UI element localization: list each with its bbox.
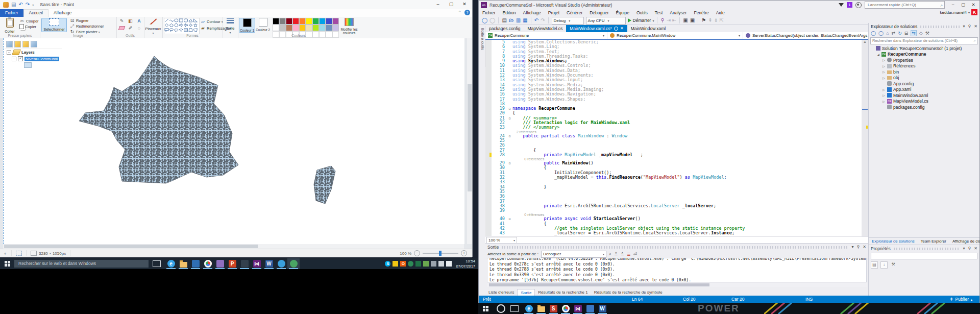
copier-button[interactable]: Copier (19, 24, 36, 29)
tray-globe-icon[interactable] (408, 261, 413, 267)
tab-affichage[interactable]: Affichage (48, 9, 77, 17)
redo-icon[interactable]: ↷ (26, 2, 30, 7)
project-dropdown[interactable]: C# RecuperCommune▾ (485, 32, 607, 39)
goto-next-icon[interactable]: ≙ (621, 252, 625, 257)
pinceaux-button[interactable]: Pinceaux ▾ (144, 18, 162, 35)
palette-swatch[interactable] (306, 25, 312, 31)
task-view-icon[interactable] (153, 260, 161, 267)
categorized-icon[interactable]: ▤ (871, 261, 878, 269)
zoom-in-icon[interactable]: + (461, 250, 467, 256)
toolbox-collapsed-tab[interactable]: Boîte à outils (479, 26, 485, 67)
palette-swatch[interactable] (292, 18, 299, 25)
palette-swatch[interactable] (326, 25, 332, 31)
taskbar-app-paint[interactable] (584, 303, 596, 314)
menu-item-6[interactable]: Équipe (612, 9, 633, 16)
collapse-all-icon[interactable]: ⊟ (904, 31, 909, 36)
paint-maximize-button[interactable]: ▢ (445, 0, 458, 9)
tray-office-grid-icon[interactable] (423, 261, 429, 267)
window-position-icon[interactable]: ▾ (963, 246, 965, 251)
window-position-icon[interactable]: ▾ (963, 24, 965, 29)
paint-horizontal-scrollbar[interactable] (3, 244, 464, 249)
solution-tree-item[interactable]: ▷ Références (869, 63, 979, 69)
show-all-files-icon[interactable]: ◇ (919, 31, 923, 36)
palette-swatch[interactable] (312, 25, 319, 31)
palette-swatch[interactable] (286, 18, 292, 25)
editor-scrollbar[interactable]: ▲ (862, 40, 868, 236)
selectionner-button[interactable]: Sélectionner (41, 18, 67, 32)
zoom-slider[interactable] (423, 253, 458, 254)
bookmark-nav-icons[interactable]: ⇞ ⇟ ⇱ (708, 18, 724, 23)
solution-tree-item[interactable]: ▷ MainWindow.xaml (869, 92, 979, 99)
menu-item-1[interactable]: Edition (499, 9, 520, 16)
palette-swatch[interactable] (273, 25, 279, 31)
platform-dropdown[interactable]: Any CPU▾ (586, 17, 626, 25)
menu-item-8[interactable]: Test (651, 9, 667, 16)
close-panel-icon[interactable]: ✕ (863, 245, 866, 249)
refresh-icon[interactable]: ↻ (898, 31, 902, 36)
close-tab-icon[interactable]: ✕ (620, 25, 624, 32)
forward-icon[interactable]: ◯ (878, 31, 884, 36)
palette-swatch[interactable] (299, 25, 306, 31)
undo-icon[interactable]: ↶ (534, 18, 538, 23)
notifications-badge[interactable]: 1 (847, 2, 852, 8)
code-line-23[interactable]: 23 /// </summary> (485, 125, 862, 130)
palette-swatch[interactable] (292, 25, 299, 31)
search-icon[interactable] (497, 304, 505, 313)
pin-icon[interactable]: ⚲ (968, 24, 971, 29)
taskbar-app-ie[interactable]: e (165, 258, 177, 269)
dock-tab-1[interactable]: Team Explorer (918, 238, 949, 245)
paint-minimize-button[interactable]: – (431, 0, 445, 9)
zoom-out-icon[interactable]: − (414, 250, 420, 256)
tray-security-shield-icon[interactable] (393, 261, 398, 267)
code-line-34[interactable]: 34 } (485, 185, 862, 189)
menu-item-0[interactable]: Fichier (479, 9, 499, 16)
palette-swatch[interactable] (332, 18, 339, 25)
code-line-32[interactable]: 32 _mapViewModel = this.FindResource("Ma… (485, 175, 862, 180)
solution-tree-item[interactable]: packages.config (869, 104, 979, 110)
code-line-43[interactable]: 43 _localServer = Esri.ArcGISRuntime.Loc… (485, 231, 862, 235)
task-view-icon[interactable] (510, 305, 519, 312)
menu-item-11[interactable]: Aide (713, 9, 728, 16)
taskbar-app-file-explorer[interactable] (177, 258, 189, 269)
code-line-26[interactable]: 26 (485, 143, 862, 148)
find-message-icon[interactable]: ⌕ (609, 251, 611, 257)
taskbar-app-file-explorer[interactable] (535, 303, 547, 314)
tray-chat-icon[interactable] (446, 261, 452, 267)
attach-process-icon[interactable]: ⚲ (660, 18, 664, 23)
new-file-icon[interactable]: ▤ (502, 18, 506, 23)
step-icons[interactable]: ⇥ ⇤ (667, 18, 677, 23)
menu-item-4[interactable]: Générer (563, 9, 586, 16)
taskbar-app-word[interactable]: W (596, 303, 608, 314)
paint-canvas[interactable]: − Layers − ✓ NiveauCommunal (3, 38, 464, 244)
palette-swatch[interactable] (319, 25, 326, 31)
taskbar-app-store[interactable]: S (547, 303, 559, 314)
publish-button[interactable]: ↟Publier▴ (949, 297, 972, 302)
solution-tree-item[interactable]: ◢C# RecuperCommune (869, 52, 979, 58)
panel-tab-3[interactable]: Résultats de la recherche de symbole (591, 289, 666, 296)
palette-swatch[interactable] (279, 25, 286, 31)
modifier-couleurs-button[interactable]: Modifier les couleurs (340, 18, 358, 35)
code-editor[interactable]: 5using System.Collections.Generic;6using… (485, 40, 862, 236)
menu-item-2[interactable]: Affichage (520, 9, 545, 16)
member-dropdown[interactable]: ServerStatusChanged(object sender, Statu… (743, 32, 868, 39)
feedback-icon[interactable] (839, 3, 844, 7)
comment-icon[interactable]: ▣ (683, 18, 688, 23)
ribbon-collapse-icon[interactable]: ⌃ (458, 10, 461, 15)
open-file-icon[interactable]: 🗁 (509, 18, 514, 23)
solution-tree-item[interactable]: ▷ App.xaml (869, 87, 979, 93)
taskbar-search-input[interactable]: Rechercher sur le web et dans Windows (14, 260, 149, 268)
couleur2-button[interactable]: Couleur 2 (255, 18, 271, 32)
start-button[interactable] (0, 258, 14, 269)
taille-button[interactable]: Taille ▾ (222, 18, 239, 34)
close-panel-icon[interactable]: ✕ (974, 24, 977, 29)
palette-swatch[interactable] (332, 25, 339, 31)
code-line-36[interactable]: 36 (485, 194, 862, 199)
vs-minimize-button[interactable]: – (948, 1, 958, 9)
properties-object-dropdown[interactable] (871, 253, 977, 259)
qat-dropdown-icon[interactable]: ▾ (32, 3, 34, 7)
output-horizontal-scrollbar[interactable] (487, 283, 867, 287)
switch-views-icon[interactable]: ⇄ (892, 31, 896, 36)
eraser-icon[interactable] (118, 26, 126, 30)
doc-tab[interactable]: MainWindow.xaml (627, 25, 670, 32)
taskbar-app-visual-studio[interactable]: ⋈ (572, 303, 584, 314)
